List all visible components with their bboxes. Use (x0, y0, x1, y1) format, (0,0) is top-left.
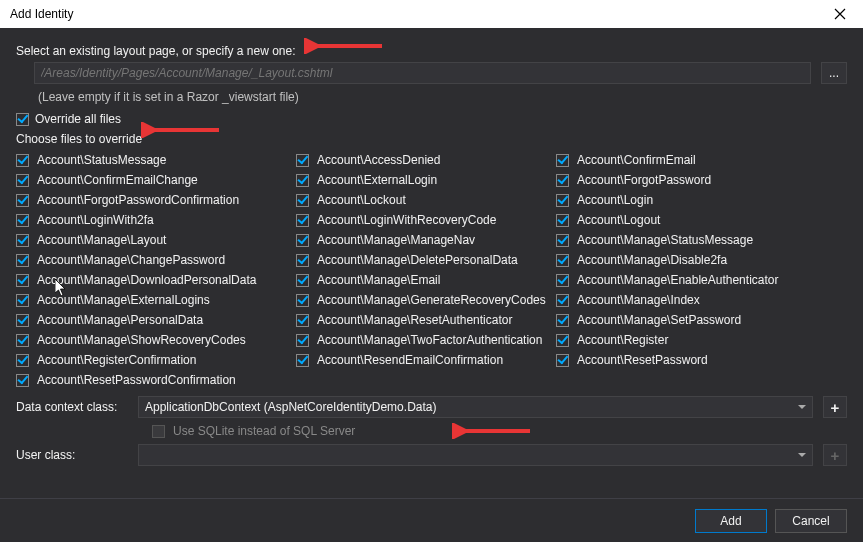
file-item: Account\Login (556, 192, 816, 208)
file-checkbox[interactable] (556, 234, 569, 247)
file-item: Account\Manage\EnableAuthenticator (556, 272, 816, 288)
file-checkbox[interactable] (16, 334, 29, 347)
file-label: Account\RegisterConfirmation (37, 353, 196, 367)
file-label: Account\Manage\ManageNav (317, 233, 475, 247)
file-item: Account\Manage\ManageNav (296, 232, 556, 248)
browse-button[interactable]: ... (821, 62, 847, 84)
file-label: Account\Manage\Disable2fa (577, 253, 727, 267)
sqlite-checkbox[interactable] (152, 425, 165, 438)
file-label: Account\ForgotPasswordConfirmation (37, 193, 239, 207)
file-label: Account\Register (577, 333, 668, 347)
layout-path-input[interactable] (34, 62, 811, 84)
file-label: Account\ResendEmailConfirmation (317, 353, 503, 367)
add-button[interactable]: Add (695, 509, 767, 533)
file-label: Account\AccessDenied (317, 153, 440, 167)
user-class-label: User class: (16, 448, 128, 462)
close-button[interactable] (823, 2, 857, 26)
file-item: Account\ResetPasswordConfirmation (16, 372, 296, 388)
data-context-combo[interactable]: ApplicationDbContext (AspNetCoreIdentity… (138, 396, 813, 418)
layout-section-label: Select an existing layout page, or speci… (16, 44, 847, 58)
file-label: Account\Manage\ShowRecoveryCodes (37, 333, 246, 347)
file-checkbox[interactable] (296, 294, 309, 307)
file-checkbox[interactable] (296, 254, 309, 267)
file-label: Account\Manage\ResetAuthenticator (317, 313, 512, 327)
file-checkbox[interactable] (556, 274, 569, 287)
override-all-checkbox[interactable] (16, 113, 29, 126)
file-checkbox[interactable] (296, 274, 309, 287)
file-label: Account\Login (577, 193, 653, 207)
data-context-label: Data context class: (16, 400, 128, 414)
file-label: Account\Manage\SetPassword (577, 313, 741, 327)
file-item: Account\Manage\Layout (16, 232, 296, 248)
file-item: Account\Manage\Email (296, 272, 556, 288)
file-item: Account\ForgotPassword (556, 172, 816, 188)
file-item: Account\LoginWith2fa (16, 212, 296, 228)
file-item: Account\Manage\ResetAuthenticator (296, 312, 556, 328)
file-checkbox[interactable] (556, 334, 569, 347)
file-item: Account\Manage\ExternalLogins (16, 292, 296, 308)
file-label: Account\ResetPassword (577, 353, 708, 367)
file-item: Account\ConfirmEmailChange (16, 172, 296, 188)
file-checkbox[interactable] (556, 354, 569, 367)
file-item: Account\ForgotPasswordConfirmation (16, 192, 296, 208)
file-checkbox[interactable] (16, 154, 29, 167)
file-checkbox[interactable] (296, 214, 309, 227)
file-checkbox[interactable] (16, 374, 29, 387)
file-checkbox[interactable] (16, 194, 29, 207)
file-item: Account\ExternalLogin (296, 172, 556, 188)
dialog-footer: Add Cancel (0, 498, 863, 542)
user-class-combo[interactable] (138, 444, 813, 466)
file-checkbox[interactable] (556, 174, 569, 187)
file-label: Account\ResetPasswordConfirmation (37, 373, 236, 387)
file-checkbox[interactable] (296, 234, 309, 247)
file-checkbox[interactable] (16, 254, 29, 267)
sqlite-label: Use SQLite instead of SQL Server (173, 424, 355, 438)
file-label: Account\Manage\Index (577, 293, 700, 307)
file-label: Account\LoginWithRecoveryCode (317, 213, 496, 227)
file-checkbox[interactable] (556, 314, 569, 327)
file-label: Account\Manage\ExternalLogins (37, 293, 210, 307)
file-item: Account\Manage\StatusMessage (556, 232, 816, 248)
file-checkbox[interactable] (556, 294, 569, 307)
cancel-button[interactable]: Cancel (775, 509, 847, 533)
file-label: Account\Manage\TwoFactorAuthentication (317, 333, 542, 347)
file-item: Account\Manage\SetPassword (556, 312, 816, 328)
file-checkbox[interactable] (296, 314, 309, 327)
file-label: Account\LoginWith2fa (37, 213, 154, 227)
file-checkbox[interactable] (296, 354, 309, 367)
file-item: Account\Manage\GenerateRecoveryCodes (296, 292, 556, 308)
file-checkbox[interactable] (16, 314, 29, 327)
file-checkbox[interactable] (296, 194, 309, 207)
file-label: Account\ConfirmEmailChange (37, 173, 198, 187)
file-checkbox[interactable] (16, 294, 29, 307)
file-label: Account\Manage\Layout (37, 233, 166, 247)
file-checkbox[interactable] (16, 354, 29, 367)
file-label: Account\Manage\PersonalData (37, 313, 203, 327)
file-checkbox[interactable] (16, 174, 29, 187)
file-checkbox[interactable] (16, 274, 29, 287)
file-checkbox[interactable] (296, 174, 309, 187)
file-checkbox[interactable] (556, 154, 569, 167)
file-label: Account\ExternalLogin (317, 173, 437, 187)
window-title: Add Identity (10, 7, 73, 21)
file-label: Account\Manage\GenerateRecoveryCodes (317, 293, 546, 307)
file-checkbox[interactable] (556, 214, 569, 227)
file-item: Account\ResetPassword (556, 352, 816, 368)
file-checkbox[interactable] (296, 334, 309, 347)
file-checkbox[interactable] (556, 194, 569, 207)
file-checkbox[interactable] (16, 234, 29, 247)
file-item: Account\Manage\TwoFactorAuthentication (296, 332, 556, 348)
add-user-class-button[interactable]: + (823, 444, 847, 466)
file-item: Account\Manage\Index (556, 292, 816, 308)
file-override-grid: Account\StatusMessageAccount\AccessDenie… (16, 152, 847, 388)
file-checkbox[interactable] (16, 214, 29, 227)
add-data-context-button[interactable]: + (823, 396, 847, 418)
file-item: Account\Lockout (296, 192, 556, 208)
file-item: Account\ResendEmailConfirmation (296, 352, 556, 368)
file-item: Account\Logout (556, 212, 816, 228)
file-checkbox[interactable] (556, 254, 569, 267)
file-item: Account\Manage\DownloadPersonalData (16, 272, 296, 288)
file-label: Account\StatusMessage (37, 153, 166, 167)
file-checkbox[interactable] (296, 154, 309, 167)
file-label: Account\Manage\DownloadPersonalData (37, 273, 256, 287)
